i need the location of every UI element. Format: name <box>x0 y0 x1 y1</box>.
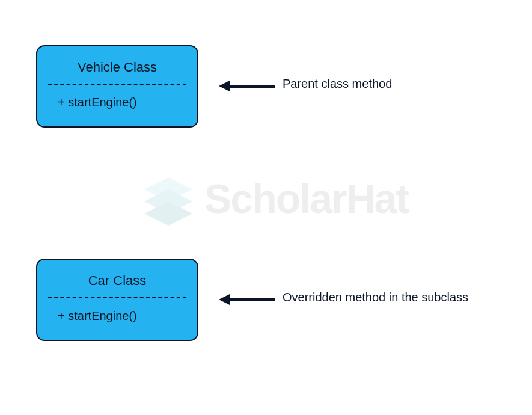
watermark-text: ScholarHat <box>204 175 408 222</box>
vehicle-class-title: Vehicle Class <box>37 46 197 84</box>
subclass-label: Overridden method in the subclass <box>283 290 468 304</box>
watermark-logo-icon <box>138 168 198 229</box>
car-class-title: Car Class <box>37 260 197 297</box>
car-class-method: + startEngine() <box>37 298 197 340</box>
arrow-head-icon <box>219 294 230 305</box>
arrow-to-vehicle <box>219 81 275 91</box>
arrow-line <box>230 85 275 88</box>
vehicle-class-box: Vehicle Class + startEngine() <box>36 45 198 128</box>
car-class-box: Car Class + startEngine() <box>36 259 198 341</box>
arrow-to-car <box>219 294 275 305</box>
arrow-head-icon <box>219 81 230 91</box>
arrow-line <box>230 298 275 301</box>
vehicle-class-method: + startEngine() <box>37 85 197 126</box>
watermark: ScholarHat <box>138 168 408 229</box>
parent-class-label: Parent class method <box>283 77 392 91</box>
